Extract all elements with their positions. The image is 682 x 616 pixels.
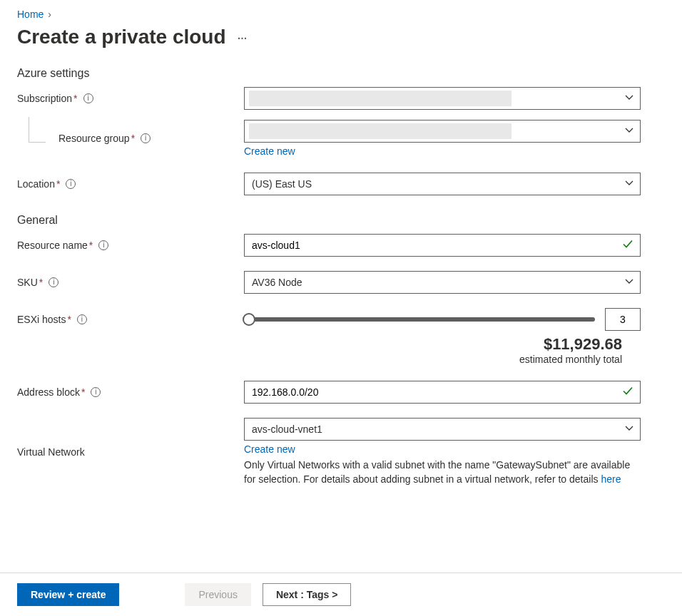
- review-create-button[interactable]: Review + create: [17, 583, 119, 606]
- required-marker: *: [67, 314, 71, 325]
- resource-group-dropdown[interactable]: [244, 120, 641, 143]
- virtual-network-create-new-link[interactable]: Create new: [244, 443, 295, 455]
- sku-label: SKU: [17, 277, 38, 288]
- virtual-network-help-link[interactable]: here: [601, 473, 621, 485]
- resource-name-input[interactable]: [244, 234, 641, 257]
- virtual-network-dropdown[interactable]: avs-cloud-vnet1: [244, 418, 641, 441]
- info-icon[interactable]: i: [83, 93, 93, 103]
- esxi-hosts-slider[interactable]: [244, 317, 595, 322]
- required-marker: *: [73, 93, 77, 104]
- section-azure-settings: Azure settings: [17, 67, 665, 80]
- esxi-hosts-value-input[interactable]: [605, 308, 641, 331]
- info-icon[interactable]: i: [77, 314, 87, 324]
- virtual-network-label: Virtual Network: [17, 446, 85, 458]
- resource-group-label: Resource group: [58, 133, 130, 144]
- section-general: General: [17, 214, 665, 227]
- info-icon[interactable]: i: [49, 277, 58, 287]
- slider-thumb[interactable]: [243, 313, 255, 326]
- redacted-value: [249, 91, 511, 106]
- esxi-hosts-label: ESXi hosts: [17, 314, 66, 325]
- required-marker: *: [89, 240, 93, 251]
- sku-dropdown[interactable]: AV36 Node: [244, 271, 641, 294]
- chevron-right-icon: ›: [48, 9, 51, 20]
- page-title-text: Create a private cloud: [17, 26, 226, 48]
- info-icon[interactable]: i: [141, 133, 151, 143]
- redacted-value: [249, 123, 511, 139]
- breadcrumb: Home ›: [17, 9, 665, 20]
- location-dropdown[interactable]: (US) East US: [244, 173, 641, 195]
- hierarchy-elbow-icon: [29, 117, 46, 143]
- info-icon[interactable]: i: [66, 179, 76, 189]
- price-subtext: estimated monthly total: [17, 354, 622, 365]
- location-label: Location: [17, 178, 55, 190]
- wizard-footer: Review + create Previous Next : Tags >: [0, 573, 682, 616]
- required-marker: *: [81, 386, 85, 398]
- address-block-label: Address block: [17, 386, 80, 398]
- virtual-network-help-text: Only Virtual Networks with a valid subne…: [244, 458, 641, 487]
- required-marker: *: [39, 277, 43, 288]
- more-actions-icon[interactable]: …: [238, 30, 249, 44]
- subscription-label: Subscription: [17, 93, 72, 104]
- subscription-dropdown[interactable]: [244, 87, 641, 110]
- required-marker: *: [56, 178, 60, 190]
- required-marker: *: [131, 133, 135, 144]
- address-block-input[interactable]: [244, 381, 641, 404]
- resource-group-create-new-link[interactable]: Create new: [244, 145, 295, 157]
- breadcrumb-home-link[interactable]: Home: [17, 9, 44, 20]
- page-title: Create a private cloud …: [17, 26, 665, 48]
- next-button[interactable]: Next : Tags >: [263, 583, 352, 606]
- info-icon[interactable]: i: [91, 387, 101, 397]
- resource-name-label: Resource name: [17, 240, 88, 251]
- info-icon[interactable]: i: [98, 240, 108, 250]
- previous-button: Previous: [185, 583, 250, 606]
- price-amount: $11,929.68: [17, 335, 622, 354]
